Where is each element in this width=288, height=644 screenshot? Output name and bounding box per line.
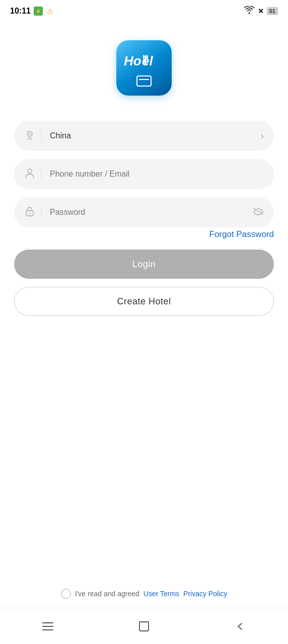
hotel-logo-svg: Ho el <box>123 50 166 72</box>
forgot-password-link[interactable]: Forgot Password <box>209 229 274 239</box>
field-divider-2 <box>41 168 42 180</box>
forgot-container: Forgot Password <box>14 229 274 239</box>
svg-point-7 <box>29 133 31 135</box>
field-divider <box>41 130 42 142</box>
app-logo: Ho el <box>116 40 172 96</box>
wifi-icon <box>244 6 255 16</box>
privacy-policy-link[interactable]: Privacy Policy <box>183 590 227 598</box>
chevron-right-icon: › <box>261 131 264 141</box>
eye-hidden-icon[interactable] <box>253 207 264 218</box>
create-hotel-button[interactable]: Create Hotel <box>14 287 274 316</box>
location-icon <box>24 129 35 143</box>
form-container: China › <box>14 121 274 227</box>
email-phone-input[interactable] <box>50 170 264 179</box>
logo-container: Ho el <box>116 40 172 96</box>
field-divider-3 <box>41 206 42 218</box>
country-field[interactable]: China › <box>14 121 274 151</box>
svg-point-10 <box>29 212 31 214</box>
svg-text:Ho: Ho <box>124 53 141 68</box>
status-right: ✕ 51 <box>244 6 278 16</box>
logo-card <box>136 75 152 87</box>
svg-point-8 <box>28 169 32 173</box>
login-button[interactable]: Login <box>14 250 274 279</box>
status-icon-warn: ⚠ <box>46 7 55 16</box>
status-bar: 10:11 ⚡ ⚠ ✕ 51 <box>0 0 288 20</box>
email-phone-field[interactable] <box>14 159 274 189</box>
signal-x-icon: ✕ <box>258 7 264 15</box>
buttons-container: Login Create Hotel <box>14 250 274 316</box>
nav-back-button[interactable] <box>228 614 253 639</box>
user-terms-link[interactable]: User Terms <box>143 590 179 598</box>
svg-rect-14 <box>139 622 149 631</box>
main-content: Ho el China › <box>0 20 288 326</box>
nav-menu-button[interactable] <box>35 614 60 639</box>
battery-indicator: 51 <box>267 7 278 15</box>
nav-home-button[interactable] <box>131 614 157 639</box>
terms-checkbox[interactable] <box>61 589 71 599</box>
lock-icon <box>24 206 35 219</box>
user-icon <box>24 168 35 181</box>
status-left: 10:11 ⚡ ⚠ <box>10 7 55 16</box>
terms-prefix: I've read and agreed <box>75 590 139 598</box>
bottom-nav <box>0 608 288 644</box>
status-time: 10:11 <box>10 7 31 16</box>
password-field[interactable] <box>14 197 274 227</box>
status-icon-green: ⚡ <box>34 7 43 16</box>
password-input[interactable] <box>50 208 249 217</box>
country-value: China <box>50 131 257 140</box>
terms-container: I've read and agreed User Terms Privacy … <box>0 589 288 599</box>
